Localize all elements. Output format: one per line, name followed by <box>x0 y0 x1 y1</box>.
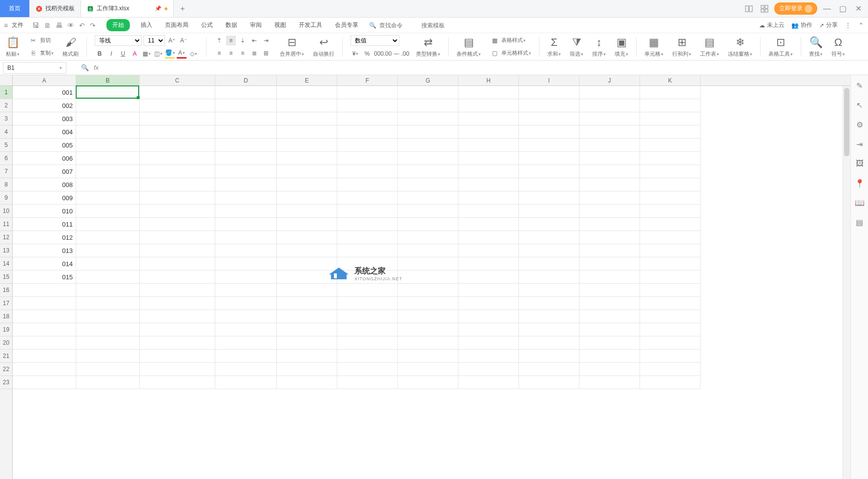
sum-button[interactable]: Σ求和▾ <box>545 36 563 58</box>
cell[interactable] <box>215 99 277 112</box>
font-size-select[interactable]: 11 <box>144 35 165 46</box>
cell[interactable] <box>398 244 458 257</box>
filter-button[interactable]: ⧩筛选▾ <box>568 36 585 58</box>
cell[interactable] <box>76 363 140 376</box>
cell[interactable] <box>398 271 458 284</box>
cell[interactable] <box>579 350 640 363</box>
cell[interactable] <box>215 297 277 310</box>
cell[interactable] <box>13 350 76 363</box>
rv-image-icon[interactable]: 🖼 <box>854 158 865 169</box>
cell[interactable] <box>579 323 640 336</box>
row-header-15[interactable]: 15 <box>0 271 12 284</box>
cell[interactable] <box>76 218 140 231</box>
cell[interactable] <box>76 125 140 139</box>
italic-button[interactable]: I <box>106 49 116 59</box>
cell[interactable] <box>215 336 277 350</box>
row-header-11[interactable]: 11 <box>0 218 12 231</box>
cell[interactable] <box>519 139 579 152</box>
cell[interactable] <box>519 205 579 218</box>
cell-style-button[interactable]: ▢单元格样式▾ <box>490 48 531 58</box>
cell[interactable] <box>215 125 277 139</box>
merge-center-button[interactable]: ⊟ 合并居中▾ <box>278 36 306 58</box>
cell[interactable] <box>579 363 640 376</box>
cond-format-button[interactable]: ▤ 条件格式▾ <box>455 36 483 58</box>
cell[interactable] <box>458 271 519 284</box>
tab-workbook[interactable]: S 工作簿3.xlsx 📌 <box>81 0 174 17</box>
table-style-button[interactable]: ▦表格样式▾ <box>490 36 526 45</box>
cell[interactable] <box>140 112 215 125</box>
cell[interactable] <box>140 297 215 310</box>
vertical-scrollbar[interactable] <box>843 86 850 479</box>
cell[interactable] <box>640 125 701 139</box>
col-header-D[interactable]: D <box>215 75 277 85</box>
cell[interactable]: 008 <box>13 178 76 191</box>
decrease-font-icon[interactable]: A⁻ <box>179 36 188 45</box>
save-icon[interactable]: 🖫 <box>32 21 39 29</box>
cell[interactable] <box>458 178 519 191</box>
cell[interactable] <box>398 231 458 244</box>
cell[interactable] <box>140 178 215 191</box>
cell[interactable] <box>277 112 337 125</box>
tab-view[interactable]: 视图 <box>272 19 288 31</box>
col-header-G[interactable]: G <box>398 75 458 85</box>
tab-home[interactable]: 首页 <box>0 0 30 17</box>
cell[interactable] <box>337 125 398 139</box>
cell[interactable] <box>398 257 458 271</box>
cell[interactable] <box>398 336 458 350</box>
cell[interactable] <box>579 125 640 139</box>
cell[interactable] <box>458 165 519 178</box>
cell[interactable] <box>519 125 579 139</box>
col-header-I[interactable]: I <box>519 75 579 85</box>
cell[interactable] <box>519 152 579 165</box>
cell[interactable] <box>76 178 140 191</box>
cell[interactable] <box>337 205 398 218</box>
cell[interactable] <box>277 244 337 257</box>
tab-start[interactable]: 开始 <box>106 19 130 31</box>
row-header-18[interactable]: 18 <box>0 310 12 323</box>
cell[interactable] <box>76 99 140 112</box>
cell[interactable] <box>398 125 458 139</box>
row-header-2[interactable]: 2 <box>0 99 12 112</box>
cell[interactable] <box>277 271 337 284</box>
cell[interactable] <box>579 271 640 284</box>
cell[interactable] <box>337 363 398 376</box>
cell[interactable] <box>519 376 579 389</box>
maximize-button[interactable]: ▢ <box>837 3 848 15</box>
fx-icon[interactable]: fx <box>94 64 99 71</box>
cell[interactable] <box>458 218 519 231</box>
cell[interactable]: 001 <box>13 86 76 99</box>
cell[interactable] <box>337 231 398 244</box>
layout1-icon[interactable] <box>743 3 755 15</box>
row-header-12[interactable]: 12 <box>0 231 12 244</box>
cell[interactable] <box>277 125 337 139</box>
preview-icon[interactable]: 👁 <box>67 21 74 29</box>
sort-button[interactable]: ↕排序▾ <box>590 36 608 58</box>
cell[interactable] <box>140 191 215 205</box>
cell[interactable] <box>215 350 277 363</box>
cell[interactable] <box>215 152 277 165</box>
search-tpl-input[interactable] <box>421 22 460 29</box>
cell[interactable] <box>140 284 215 297</box>
cell[interactable] <box>215 257 277 271</box>
align-right-icon[interactable]: ≡ <box>238 48 248 58</box>
cell[interactable]: 007 <box>13 165 76 178</box>
cell[interactable] <box>519 231 579 244</box>
cell[interactable] <box>277 336 337 350</box>
rv-style-icon[interactable]: ✎ <box>854 80 865 91</box>
row-header-17[interactable]: 17 <box>0 297 12 310</box>
cell[interactable] <box>337 139 398 152</box>
row-header-4[interactable]: 4 <box>0 125 12 139</box>
cell[interactable] <box>13 376 76 389</box>
cell[interactable] <box>76 112 140 125</box>
cell[interactable] <box>398 86 458 99</box>
cell[interactable] <box>76 165 140 178</box>
name-box[interactable]: B1▾ <box>3 62 66 74</box>
cell[interactable] <box>579 205 640 218</box>
symbol-button[interactable]: Ω符号▾ <box>829 36 847 58</box>
cell[interactable] <box>277 257 337 271</box>
cell[interactable] <box>579 244 640 257</box>
row-header-21[interactable]: 21 <box>0 350 12 363</box>
close-button[interactable]: ✕ <box>852 3 864 15</box>
cell[interactable] <box>398 112 458 125</box>
tab-data[interactable]: 数据 <box>224 19 239 31</box>
